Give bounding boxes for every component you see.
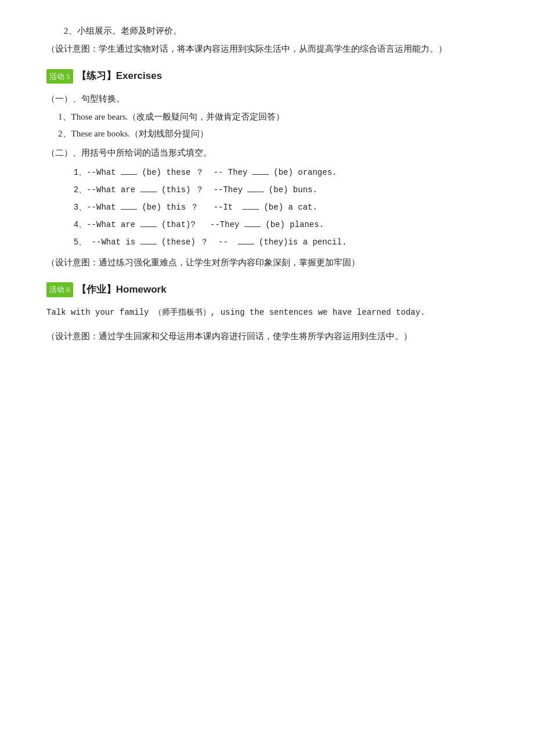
exercise-group2: （二）、用括号中所给词的适当形式填空。 1、--What (be) these … [46,145,488,250]
design-note6: （设计意图：通过学生回家和父母运用本课内容进行回话，使学生将所学内容运用到生活中… [46,329,488,344]
blank-5a [140,244,157,244]
exercise-section2-title: （二）、用括号中所给词的适当形式填空。 [46,145,488,161]
design-note5: （设计意图：通过练习强化重难点，让学生对所学内容印象深刻，掌握更加牢固） [46,255,488,271]
exercise-group1: （一）、句型转换。 1、Those are bears.（改成一般疑问句，并做肯… [46,91,488,142]
fill-blank-5: 5、 --What is (these) ？ -- (they)is a pen… [64,234,488,250]
fill-blank-3: 3、--What (be) this ？ --It (be) a cat. [64,199,488,215]
activity6-title: 【作业】Homework [77,281,167,299]
activity5-header: 活动 5 【练习】Exercises [46,67,488,85]
intro-line2: （设计意图：学生通过实物对话，将本课内容运用到实际生活中，从而提高学生的综合语言… [46,41,488,57]
activity6-badge: 活动 6 [46,282,73,297]
activity6-header: 活动 6 【作业】Homework [46,281,488,299]
activity5-title-en: Exercises [116,70,162,81]
blank-2b [247,192,264,192]
activity6-title-cn: 【作业】 [77,284,116,295]
blank-4a [140,226,157,227]
exercise1-2: 2、These are books.（对划线部分提问） [58,126,488,142]
activity6-title-en: Homework [116,284,167,295]
exercise1-1: 1、Those are bears.（改成一般疑问句，并做肯定否定回答） [58,109,488,125]
blank-4b [244,226,261,227]
activity5-badge: 活动 5 [46,69,73,84]
activity5-title-cn: 【练习】 [77,70,116,81]
exercise-section1-title: （一）、句型转换。 [46,91,488,107]
fill-blank-4: 4、--What are (that)? --They (be) planes. [64,217,488,233]
intro-line1: 2、小组展示。老师及时评价。 [46,23,488,39]
blank-3a [121,209,137,210]
blank-5b [238,244,254,244]
activity5-title: 【练习】Exercises [77,67,162,85]
page-content: 2、小组展示。老师及时评价。 （设计意图：学生通过实物对话，将本课内容运用到实际… [46,23,488,344]
blank-2a [140,192,157,192]
blank-1a [121,174,137,175]
exercises-section: （一）、句型转换。 1、Those are bears.（改成一般疑问句，并做肯… [46,91,488,250]
fill-blank-2: 2、--What are (this) ？ --They (be) buns. [64,182,488,198]
blank-3b [243,209,259,210]
fill-blank-area: 1、--What (be) these ？ -- They (be) orang… [64,164,488,250]
intro-section: 2、小组展示。老师及时评价。 （设计意图：学生通过实物对话，将本课内容运用到实际… [46,23,488,57]
homework-content: Talk with your family （师手指板书）, using the… [46,304,488,321]
fill-blank-1: 1、--What (be) these ？ -- They (be) orang… [64,164,488,181]
blank-1b [252,174,269,175]
